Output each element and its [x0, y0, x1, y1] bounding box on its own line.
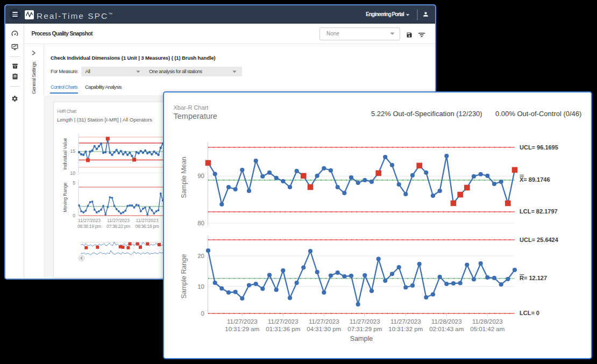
svg-text:Moving Range: Moving Range [62, 182, 68, 212]
svg-text:01:31:36 pm: 01:31:36 pm [266, 326, 300, 332]
svg-text:11/27/2023: 11/27/2023 [136, 218, 159, 223]
svg-text:10:31:32 pm: 10:31:32 pm [388, 326, 423, 332]
svg-text:5: 5 [73, 180, 75, 185]
svg-text:11/27/2023: 11/27/2023 [78, 218, 101, 223]
svg-text:11/27/2023: 11/27/2023 [268, 318, 298, 325]
svg-text:UCL= 96.1695: UCL= 96.1695 [520, 144, 558, 151]
svg-text:02:01:43 am: 02:01:43 am [429, 326, 464, 332]
svg-text:11/28/2023: 11/28/2023 [431, 318, 462, 325]
svg-text:Length | (31) Station [I-MR] |: Length | (31) Station [I-MR] | All Opera… [57, 117, 152, 123]
svg-text:20: 20 [197, 253, 204, 259]
svg-text:11/27/2023: 11/27/2023 [309, 318, 339, 325]
svg-text:Individual Value: Individual Value [62, 138, 68, 170]
svg-text:Sample Mean: Sample Mean [180, 156, 188, 198]
svg-text:07:36:22 pm: 07:36:22 pm [106, 224, 130, 229]
svg-text:07:31:29 pm: 07:31:29 pm [347, 326, 382, 332]
svg-text:06:36:19 pm: 06:36:19 pm [77, 224, 101, 229]
svg-text:11/28/2023: 11/28/2023 [472, 318, 503, 325]
svg-text:11/27/2023: 11/27/2023 [390, 318, 421, 325]
svg-text:I-MR Chart: I-MR Chart [57, 109, 77, 114]
svg-text:LCL= 82.1797: LCL= 82.1797 [520, 208, 558, 215]
svg-text:90: 90 [197, 173, 204, 179]
svg-text:11/27/2023: 11/27/2023 [227, 318, 258, 325]
svg-text:11/27/2023: 11/27/2023 [107, 218, 130, 223]
svg-text:08:36:18 pm: 08:36:18 pm [136, 224, 159, 229]
svg-text:R= 12.127: R= 12.127 [520, 275, 547, 281]
svg-text:Sample: Sample [350, 335, 373, 342]
svg-text:Sample Range: Sample Range [180, 254, 188, 299]
svg-text:11/27/2023: 11/27/2023 [350, 318, 380, 325]
svg-text:10: 10 [197, 283, 204, 290]
svg-text:0: 0 [201, 310, 204, 317]
svg-text:15: 15 [70, 148, 76, 154]
svg-text:UCL= 25.6424: UCL= 25.6424 [520, 237, 559, 243]
svg-text:X= 89.1746: X= 89.1746 [520, 176, 550, 183]
svg-text:0: 0 [73, 213, 75, 218]
svg-text:10: 10 [70, 170, 76, 176]
svg-text:04:31:30 pm: 04:31:30 pm [307, 326, 341, 332]
svg-text:10:31:29 am: 10:31:29 am [225, 326, 259, 332]
svg-text:LCL= 0: LCL= 0 [520, 310, 539, 316]
svg-text:05:01:42 am: 05:01:42 am [470, 326, 504, 332]
svg-text:80: 80 [197, 220, 204, 226]
